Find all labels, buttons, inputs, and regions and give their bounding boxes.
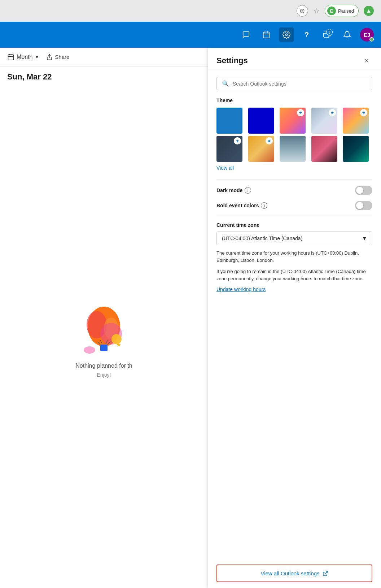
share-btn[interactable]: Share — [46, 54, 69, 60]
svg-point-23 — [84, 346, 95, 354]
bold-event-info-icon[interactable]: i — [261, 202, 267, 209]
theme-option-mountains[interactable] — [280, 136, 306, 162]
svg-rect-0 — [263, 32, 270, 38]
theme-option-dark-blue[interactable] — [248, 108, 274, 134]
theme-option-abstract[interactable]: ★ — [311, 108, 337, 134]
feedback-badge: 3 — [326, 29, 333, 35]
view-all-themes-link[interactable]: View all — [216, 165, 234, 171]
theme-grid: ★ ★ ★ ★ ★ — [216, 108, 372, 162]
paused-text: Paused — [338, 8, 354, 14]
close-settings-btn[interactable]: × — [361, 55, 372, 66]
theme-star-badge: ★ — [297, 109, 304, 116]
external-link-icon — [323, 571, 328, 576]
online-indicator — [369, 37, 374, 42]
settings-header: Settings × — [208, 48, 381, 71]
bold-event-toggle[interactable] — [355, 201, 372, 210]
svg-point-4 — [285, 34, 288, 36]
calendar-area: Month ▼ Share Sun, Mar 22 — [0, 48, 208, 588]
theme-option-mosaic[interactable]: ★ — [248, 136, 274, 162]
timezone-dropdown[interactable]: (UTC-04:00) Atlantic Time (Canada) ▼ — [216, 232, 372, 245]
new-tab-btn[interactable]: ⊕ — [297, 5, 308, 17]
view-all-settings-label: View all Outlook settings — [260, 570, 319, 576]
divider-1 — [216, 180, 372, 180]
calendar-icon-btn[interactable] — [259, 27, 273, 42]
dark-mode-row: Dark mode i — [216, 186, 372, 195]
timezone-info-text: The current time zone for your working h… — [216, 250, 372, 264]
favorite-btn[interactable]: ☆ — [313, 7, 320, 15]
divider-2 — [216, 216, 372, 216]
share-label: Share — [55, 54, 69, 60]
toggle-knob-2 — [356, 202, 363, 209]
outlook-header: ? 3 EJ — [0, 22, 381, 48]
notifications-icon-btn[interactable] — [340, 27, 354, 42]
settings-footer: View all Outlook settings — [208, 565, 381, 588]
toggle-knob — [356, 187, 363, 194]
theme-option-tech[interactable] — [343, 136, 369, 162]
theme-option-colorful[interactable]: ★ — [343, 108, 369, 134]
update-working-hours-link[interactable]: Update working hours — [216, 286, 372, 292]
theme-star-badge-2: ★ — [329, 109, 336, 116]
search-input[interactable] — [233, 81, 367, 87]
chat-icon-btn[interactable] — [239, 27, 253, 42]
svg-rect-8 — [8, 55, 14, 60]
settings-panel: Settings × 🔍 Theme ★ ★ — [208, 48, 381, 588]
theme-star-badge-4: ★ — [234, 137, 241, 144]
balloon-illustration — [79, 298, 129, 363]
main-layout: Month ▼ Share Sun, Mar 22 — [0, 48, 381, 588]
month-label: Month — [17, 54, 32, 60]
bold-event-row: Bold event colors i — [216, 201, 372, 210]
search-box: 🔍 — [216, 77, 372, 90]
month-view-btn[interactable]: Month ▼ — [7, 53, 39, 61]
settings-icon-btn[interactable] — [279, 27, 294, 42]
nothing-text: Nothing planned for th — [75, 363, 132, 369]
theme-option-circuit[interactable]: ★ — [216, 136, 242, 162]
calendar-content: Nothing planned for th Enjoy! — [0, 87, 208, 588]
settings-title: Settings — [216, 56, 248, 65]
status-circle[interactable]: ▲ — [364, 6, 374, 16]
view-all-settings-btn[interactable]: View all Outlook settings — [216, 565, 372, 582]
dark-mode-label: Dark mode i — [216, 187, 251, 194]
theme-option-palm[interactable] — [311, 136, 337, 162]
theme-option-blue[interactable] — [216, 108, 242, 134]
help-icon-btn[interactable]: ? — [299, 27, 314, 42]
svg-line-26 — [325, 571, 327, 574]
theme-star-badge-5: ★ — [266, 137, 273, 144]
timezone-section-label: Current time zone — [216, 222, 372, 228]
month-chevron: ▼ — [35, 55, 39, 60]
theme-section-label: Theme — [216, 98, 372, 103]
search-icon: 🔍 — [222, 80, 229, 87]
svg-rect-18 — [100, 345, 108, 351]
svg-point-17 — [111, 334, 122, 344]
timezone-warning-text: If you're going to remain in the (UTC-04… — [216, 268, 372, 282]
theme-option-sunset[interactable]: ★ — [280, 108, 306, 134]
feedback-icon-btn[interactable]: 3 — [320, 27, 334, 42]
calendar-toolbar: Month ▼ Share — [0, 48, 208, 66]
timezone-chevron: ▼ — [362, 235, 367, 241]
bold-event-label: Bold event colors i — [216, 202, 267, 209]
timezone-value: (UTC-04:00) Atlantic Time (Canada) — [222, 235, 302, 241]
browser-bar: ⊕ ☆ E Paused ▲ — [0, 0, 381, 22]
e-avatar: E — [327, 7, 336, 15]
date-heading: Sun, Mar 22 — [0, 66, 208, 87]
paused-badge[interactable]: E Paused — [325, 5, 359, 17]
theme-star-badge-3: ★ — [360, 109, 367, 116]
dark-mode-info-icon[interactable]: i — [245, 187, 251, 194]
user-avatar[interactable]: EJ — [360, 28, 374, 42]
dark-mode-toggle[interactable] — [355, 186, 372, 195]
enjoy-text: Enjoy! — [97, 372, 111, 378]
settings-body: 🔍 Theme ★ ★ ★ ★ — [208, 71, 381, 565]
